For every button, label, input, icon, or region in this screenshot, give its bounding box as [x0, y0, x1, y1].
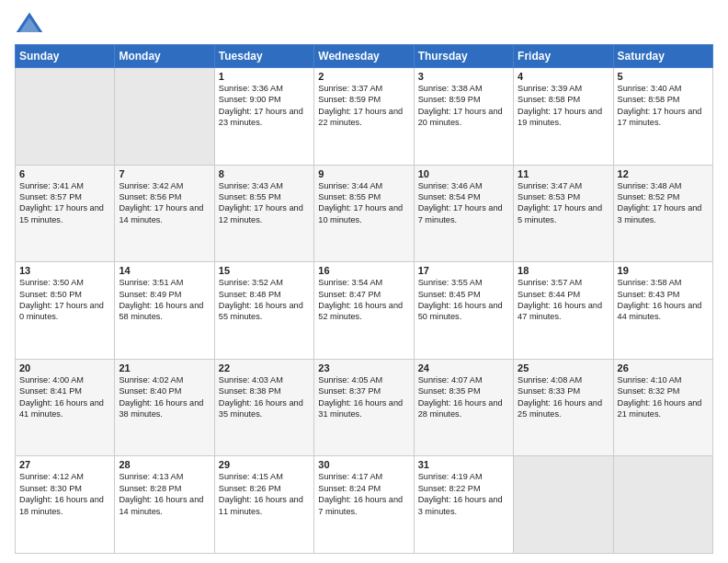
- calendar-cell: [613, 456, 712, 554]
- day-number: 27: [19, 459, 110, 470]
- calendar-cell: 16Sunrise: 3:54 AMSunset: 8:47 PMDayligh…: [314, 262, 414, 360]
- weekday-header: Sunday: [16, 45, 115, 68]
- sunrise: Sunrise: 3:51 AM: [119, 278, 183, 287]
- calendar-cell: 27Sunrise: 4:12 AMSunset: 8:30 PMDayligh…: [16, 456, 115, 554]
- cell-content: Sunrise: 3:58 AMSunset: 8:43 PMDaylight:…: [618, 277, 709, 323]
- sunset: Sunset: 8:56 PM: [119, 192, 181, 201]
- day-number: 29: [219, 459, 310, 470]
- calendar-cell: 23Sunrise: 4:05 AMSunset: 8:37 PMDayligh…: [314, 359, 414, 456]
- sunrise: Sunrise: 4:02 AM: [119, 375, 183, 385]
- weekday-header: Friday: [514, 45, 613, 68]
- cell-content: Sunrise: 4:08 AMSunset: 8:33 PMDaylight:…: [518, 374, 609, 420]
- cell-content: Sunrise: 4:02 AMSunset: 8:40 PMDaylight:…: [119, 374, 210, 420]
- cell-content: Sunrise: 4:12 AMSunset: 8:30 PMDaylight:…: [19, 471, 110, 517]
- sunrise: Sunrise: 3:39 AM: [518, 84, 582, 93]
- daylight: Daylight: 17 hours and 22 minutes.: [318, 107, 403, 127]
- sunrise: Sunrise: 3:48 AM: [618, 181, 682, 190]
- calendar-cell: 2Sunrise: 3:37 AMSunset: 8:59 PMDaylight…: [314, 68, 414, 166]
- calendar-cell: 21Sunrise: 4:02 AMSunset: 8:40 PMDayligh…: [115, 359, 214, 456]
- sunrise: Sunrise: 4:07 AM: [418, 375, 483, 385]
- cell-content: Sunrise: 3:48 AMSunset: 8:52 PMDaylight:…: [618, 180, 709, 226]
- calendar-cell: 6Sunrise: 3:41 AMSunset: 8:57 PMDaylight…: [16, 165, 115, 262]
- calendar-cell: 30Sunrise: 4:17 AMSunset: 8:24 PMDayligh…: [314, 456, 414, 554]
- daylight: Daylight: 17 hours and 17 minutes.: [618, 107, 702, 127]
- calendar-cell: 11Sunrise: 3:47 AMSunset: 8:53 PMDayligh…: [514, 165, 613, 262]
- calendar-week-row: 6Sunrise: 3:41 AMSunset: 8:57 PMDaylight…: [16, 165, 713, 262]
- calendar-week-row: 27Sunrise: 4:12 AMSunset: 8:30 PMDayligh…: [16, 456, 713, 554]
- calendar-cell: 25Sunrise: 4:08 AMSunset: 8:33 PMDayligh…: [514, 359, 613, 456]
- calendar-cell: 28Sunrise: 4:13 AMSunset: 8:28 PMDayligh…: [115, 456, 214, 554]
- cell-content: Sunrise: 3:39 AMSunset: 8:58 PMDaylight:…: [518, 83, 609, 129]
- daylight: Daylight: 17 hours and 14 minutes.: [119, 203, 203, 224]
- sunset: Sunset: 8:28 PM: [119, 484, 181, 493]
- daylight: Daylight: 17 hours and 19 minutes.: [518, 107, 602, 127]
- day-number: 7: [119, 168, 210, 179]
- sunrise: Sunrise: 4:19 AM: [418, 472, 483, 481]
- calendar-cell: 1Sunrise: 3:36 AMSunset: 9:00 PMDaylight…: [214, 68, 313, 166]
- sunrise: Sunrise: 3:37 AM: [318, 84, 382, 93]
- day-number: 24: [418, 362, 509, 373]
- daylight: Daylight: 16 hours and 21 minutes.: [618, 398, 702, 419]
- sunset: Sunset: 8:47 PM: [318, 290, 381, 299]
- day-number: 12: [618, 168, 709, 179]
- calendar-cell: 4Sunrise: 3:39 AMSunset: 8:58 PMDaylight…: [514, 68, 613, 166]
- day-number: 9: [318, 168, 409, 179]
- sunset: Sunset: 8:22 PM: [418, 484, 481, 493]
- sunrise: Sunrise: 3:47 AM: [518, 181, 582, 190]
- cell-content: Sunrise: 3:36 AMSunset: 9:00 PMDaylight:…: [219, 83, 310, 129]
- sunset: Sunset: 8:30 PM: [19, 484, 82, 493]
- day-number: 22: [219, 362, 310, 373]
- calendar-cell: 26Sunrise: 4:10 AMSunset: 8:32 PMDayligh…: [613, 359, 712, 456]
- day-number: 10: [418, 168, 509, 179]
- daylight: Daylight: 17 hours and 3 minutes.: [618, 203, 702, 224]
- calendar-cell: 7Sunrise: 3:42 AMSunset: 8:56 PMDaylight…: [115, 165, 214, 262]
- day-number: 19: [618, 265, 709, 276]
- sunrise: Sunrise: 4:00 AM: [19, 375, 84, 385]
- daylight: Daylight: 17 hours and 10 minutes.: [318, 203, 403, 224]
- day-number: 14: [119, 265, 210, 276]
- weekday-header: Tuesday: [214, 45, 313, 68]
- cell-content: Sunrise: 4:00 AMSunset: 8:41 PMDaylight:…: [19, 374, 110, 420]
- calendar-cell: 31Sunrise: 4:19 AMSunset: 8:22 PMDayligh…: [414, 456, 513, 554]
- day-number: 13: [19, 265, 110, 276]
- weekday-header: Saturday: [613, 45, 712, 68]
- calendar-cell: 15Sunrise: 3:52 AMSunset: 8:48 PMDayligh…: [214, 262, 313, 360]
- cell-content: Sunrise: 3:44 AMSunset: 8:55 PMDaylight:…: [318, 180, 409, 226]
- calendar-header-row: SundayMondayTuesdayWednesdayThursdayFrid…: [16, 45, 713, 68]
- sunset: Sunset: 8:48 PM: [219, 290, 281, 299]
- calendar-cell: 14Sunrise: 3:51 AMSunset: 8:49 PMDayligh…: [115, 262, 214, 360]
- cell-content: Sunrise: 3:41 AMSunset: 8:57 PMDaylight:…: [19, 180, 110, 226]
- sunset: Sunset: 8:55 PM: [318, 192, 381, 201]
- daylight: Daylight: 17 hours and 23 minutes.: [219, 107, 303, 127]
- daylight: Daylight: 17 hours and 12 minutes.: [219, 203, 303, 224]
- day-number: 28: [119, 459, 210, 470]
- calendar-cell: [115, 68, 214, 166]
- day-number: 30: [318, 459, 409, 470]
- calendar-week-row: 20Sunrise: 4:00 AMSunset: 8:41 PMDayligh…: [16, 359, 713, 456]
- sunset: Sunset: 8:59 PM: [318, 95, 381, 104]
- calendar-cell: [514, 456, 613, 554]
- day-number: 1: [219, 71, 310, 82]
- sunset: Sunset: 8:53 PM: [518, 192, 580, 201]
- sunset: Sunset: 8:55 PM: [219, 192, 281, 201]
- calendar-cell: 8Sunrise: 3:43 AMSunset: 8:55 PMDaylight…: [214, 165, 313, 262]
- day-number: 23: [318, 362, 409, 373]
- daylight: Daylight: 16 hours and 3 minutes.: [418, 495, 503, 515]
- day-number: 15: [219, 265, 310, 276]
- cell-content: Sunrise: 3:43 AMSunset: 8:55 PMDaylight:…: [219, 180, 310, 226]
- sunset: Sunset: 8:26 PM: [219, 484, 281, 493]
- calendar-cell: 24Sunrise: 4:07 AMSunset: 8:35 PMDayligh…: [414, 359, 513, 456]
- sunset: Sunset: 8:32 PM: [618, 386, 680, 396]
- day-number: 2: [318, 71, 409, 82]
- day-number: 18: [518, 265, 609, 276]
- sunrise: Sunrise: 3:54 AM: [318, 278, 382, 287]
- weekday-header: Monday: [115, 45, 214, 68]
- cell-content: Sunrise: 3:40 AMSunset: 8:58 PMDaylight:…: [618, 83, 709, 129]
- calendar-week-row: 13Sunrise: 3:50 AMSunset: 8:50 PMDayligh…: [16, 262, 713, 360]
- day-number: 11: [518, 168, 609, 179]
- sunrise: Sunrise: 4:05 AM: [318, 375, 382, 385]
- cell-content: Sunrise: 3:52 AMSunset: 8:48 PMDaylight:…: [219, 277, 310, 323]
- day-number: 16: [318, 265, 409, 276]
- sunset: Sunset: 8:37 PM: [318, 386, 381, 396]
- daylight: Daylight: 17 hours and 0 minutes.: [19, 301, 104, 321]
